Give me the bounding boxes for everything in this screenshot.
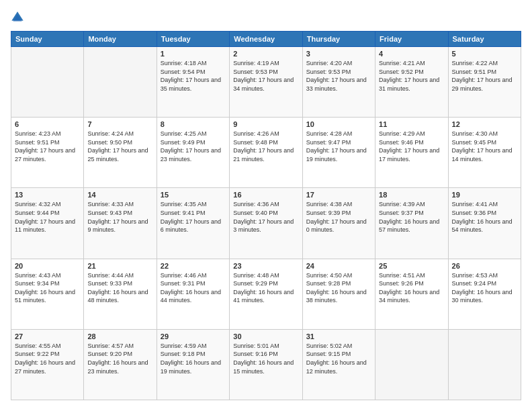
day-cell: 16Sunrise: 4:36 AM Sunset: 9:40 PM Dayli… [230, 188, 302, 259]
day-cell: 3Sunrise: 4:20 AM Sunset: 9:53 PM Daylig… [302, 47, 375, 118]
day-number: 13 [15, 191, 80, 199]
day-number: 19 [452, 191, 517, 199]
day-detail: Sunrise: 4:35 AM Sunset: 9:41 PM Dayligh… [161, 200, 226, 234]
day-cell: 1Sunrise: 4:18 AM Sunset: 9:54 PM Daylig… [157, 47, 229, 118]
day-cell: 12Sunrise: 4:30 AM Sunset: 9:45 PM Dayli… [448, 118, 521, 188]
day-cell: 9Sunrise: 4:26 AM Sunset: 9:48 PM Daylig… [230, 118, 302, 188]
day-detail: Sunrise: 4:21 AM Sunset: 9:52 PM Dayligh… [379, 59, 444, 93]
day-detail: Sunrise: 4:22 AM Sunset: 9:51 PM Dayligh… [452, 59, 517, 93]
day-detail: Sunrise: 4:32 AM Sunset: 9:44 PM Dayligh… [15, 200, 80, 234]
day-cell: 15Sunrise: 4:35 AM Sunset: 9:41 PM Dayli… [157, 188, 229, 259]
day-cell: 23Sunrise: 4:48 AM Sunset: 9:29 PM Dayli… [230, 259, 302, 329]
day-number: 23 [233, 262, 298, 270]
day-number: 24 [306, 262, 371, 270]
day-cell: 29Sunrise: 4:59 AM Sunset: 9:18 PM Dayli… [157, 329, 229, 400]
day-number: 31 [306, 332, 371, 340]
day-cell: 26Sunrise: 4:53 AM Sunset: 9:24 PM Dayli… [448, 259, 521, 329]
day-detail: Sunrise: 4:41 AM Sunset: 9:36 PM Dayligh… [452, 200, 517, 234]
day-number: 15 [161, 191, 226, 199]
day-detail: Sunrise: 4:33 AM Sunset: 9:43 PM Dayligh… [87, 200, 152, 234]
day-detail: Sunrise: 4:39 AM Sunset: 9:37 PM Dayligh… [379, 200, 444, 234]
day-cell: 13Sunrise: 4:32 AM Sunset: 9:44 PM Dayli… [11, 188, 84, 259]
day-cell: 20Sunrise: 4:43 AM Sunset: 9:34 PM Dayli… [11, 259, 84, 329]
page: SundayMondayTuesdayWednesdayThursdayFrid… [0, 0, 532, 411]
day-cell: 6Sunrise: 4:23 AM Sunset: 9:51 PM Daylig… [11, 118, 84, 188]
day-detail: Sunrise: 4:29 AM Sunset: 9:46 PM Dayligh… [379, 130, 444, 163]
day-number: 6 [15, 120, 80, 128]
day-cell: 10Sunrise: 4:28 AM Sunset: 9:47 PM Dayli… [302, 118, 375, 188]
weekday-header-sunday: Sunday [11, 32, 84, 47]
day-detail: Sunrise: 4:30 AM Sunset: 9:45 PM Dayligh… [452, 130, 517, 163]
day-number: 12 [452, 120, 517, 128]
day-detail: Sunrise: 4:36 AM Sunset: 9:40 PM Dayligh… [233, 200, 298, 234]
weekday-header-thursday: Thursday [302, 32, 375, 47]
day-cell: 25Sunrise: 4:51 AM Sunset: 9:26 PM Dayli… [375, 259, 448, 329]
day-detail: Sunrise: 4:26 AM Sunset: 9:48 PM Dayligh… [233, 130, 298, 163]
day-detail: Sunrise: 4:46 AM Sunset: 9:31 PM Dayligh… [161, 271, 226, 305]
day-detail: Sunrise: 4:38 AM Sunset: 9:39 PM Dayligh… [306, 200, 371, 234]
day-number: 8 [161, 120, 226, 128]
day-number: 22 [161, 262, 226, 270]
day-number: 2 [233, 50, 298, 58]
header [11, 11, 521, 24]
day-cell [11, 47, 84, 118]
day-detail: Sunrise: 4:51 AM Sunset: 9:26 PM Dayligh… [379, 271, 444, 305]
day-cell: 19Sunrise: 4:41 AM Sunset: 9:36 PM Dayli… [448, 188, 521, 259]
day-detail: Sunrise: 5:02 AM Sunset: 9:15 PM Dayligh… [306, 342, 371, 375]
calendar-header: SundayMondayTuesdayWednesdayThursdayFrid… [11, 32, 521, 47]
day-number: 9 [233, 120, 298, 128]
day-cell: 21Sunrise: 4:44 AM Sunset: 9:33 PM Dayli… [84, 259, 157, 329]
day-detail: Sunrise: 4:50 AM Sunset: 9:28 PM Dayligh… [306, 271, 371, 305]
day-number: 18 [379, 191, 444, 199]
day-cell: 14Sunrise: 4:33 AM Sunset: 9:43 PM Dayli… [84, 188, 157, 259]
day-number: 10 [306, 120, 371, 128]
day-cell: 11Sunrise: 4:29 AM Sunset: 9:46 PM Dayli… [375, 118, 448, 188]
day-cell: 24Sunrise: 4:50 AM Sunset: 9:28 PM Dayli… [302, 259, 375, 329]
week-row-3: 13Sunrise: 4:32 AM Sunset: 9:44 PM Dayli… [11, 188, 521, 259]
day-number: 5 [452, 50, 517, 58]
calendar: SundayMondayTuesdayWednesdayThursdayFrid… [11, 31, 521, 400]
day-detail: Sunrise: 4:18 AM Sunset: 9:54 PM Dayligh… [161, 59, 226, 93]
day-number: 27 [15, 332, 80, 340]
week-row-1: 1Sunrise: 4:18 AM Sunset: 9:54 PM Daylig… [11, 47, 521, 118]
day-detail: Sunrise: 4:53 AM Sunset: 9:24 PM Dayligh… [452, 271, 517, 305]
day-cell: 4Sunrise: 4:21 AM Sunset: 9:52 PM Daylig… [375, 47, 448, 118]
day-cell: 2Sunrise: 4:19 AM Sunset: 9:53 PM Daylig… [230, 47, 302, 118]
day-number: 14 [87, 191, 152, 199]
day-detail: Sunrise: 4:19 AM Sunset: 9:53 PM Dayligh… [233, 59, 298, 93]
day-number: 7 [87, 120, 152, 128]
day-number: 16 [233, 191, 298, 199]
logo-icon [11, 11, 24, 24]
weekday-header-tuesday: Tuesday [157, 32, 229, 47]
day-number: 25 [379, 262, 444, 270]
day-detail: Sunrise: 4:20 AM Sunset: 9:53 PM Dayligh… [306, 59, 371, 93]
day-detail: Sunrise: 4:44 AM Sunset: 9:33 PM Dayligh… [87, 271, 152, 305]
day-detail: Sunrise: 4:48 AM Sunset: 9:29 PM Dayligh… [233, 271, 298, 305]
day-number: 26 [452, 262, 517, 270]
day-detail: Sunrise: 4:28 AM Sunset: 9:47 PM Dayligh… [306, 130, 371, 163]
day-cell: 8Sunrise: 4:25 AM Sunset: 9:49 PM Daylig… [157, 118, 229, 188]
day-detail: Sunrise: 5:01 AM Sunset: 9:16 PM Dayligh… [233, 342, 298, 375]
day-detail: Sunrise: 4:25 AM Sunset: 9:49 PM Dayligh… [161, 130, 226, 163]
day-detail: Sunrise: 4:59 AM Sunset: 9:18 PM Dayligh… [161, 342, 226, 375]
day-detail: Sunrise: 4:55 AM Sunset: 9:22 PM Dayligh… [15, 342, 80, 375]
weekday-header-wednesday: Wednesday [230, 32, 302, 47]
week-row-2: 6Sunrise: 4:23 AM Sunset: 9:51 PM Daylig… [11, 118, 521, 188]
day-detail: Sunrise: 4:43 AM Sunset: 9:34 PM Dayligh… [15, 271, 80, 305]
weekday-header-friday: Friday [375, 32, 448, 47]
day-cell [375, 329, 448, 400]
day-number: 17 [306, 191, 371, 199]
day-number: 29 [161, 332, 226, 340]
day-number: 11 [379, 120, 444, 128]
day-cell: 7Sunrise: 4:24 AM Sunset: 9:50 PM Daylig… [84, 118, 157, 188]
day-number: 20 [15, 262, 80, 270]
day-number: 4 [379, 50, 444, 58]
calendar-body: 1Sunrise: 4:18 AM Sunset: 9:54 PM Daylig… [11, 47, 521, 400]
day-cell: 31Sunrise: 5:02 AM Sunset: 9:15 PM Dayli… [302, 329, 375, 400]
day-cell: 18Sunrise: 4:39 AM Sunset: 9:37 PM Dayli… [375, 188, 448, 259]
day-detail: Sunrise: 4:24 AM Sunset: 9:50 PM Dayligh… [87, 130, 152, 163]
week-row-4: 20Sunrise: 4:43 AM Sunset: 9:34 PM Dayli… [11, 259, 521, 329]
day-cell: 5Sunrise: 4:22 AM Sunset: 9:51 PM Daylig… [448, 47, 521, 118]
day-cell: 27Sunrise: 4:55 AM Sunset: 9:22 PM Dayli… [11, 329, 84, 400]
day-cell: 30Sunrise: 5:01 AM Sunset: 9:16 PM Dayli… [230, 329, 302, 400]
